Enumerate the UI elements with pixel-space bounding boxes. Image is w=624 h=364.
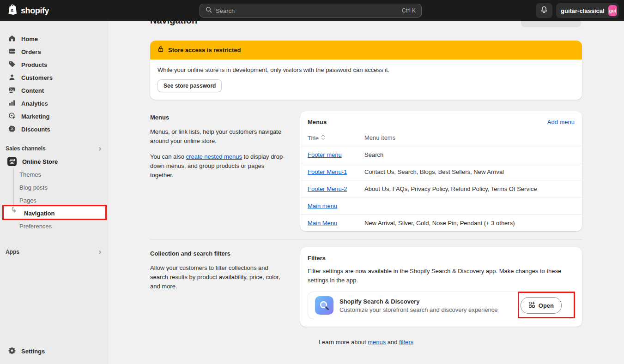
menu-title-link[interactable]: Footer Menu-2 [308, 185, 347, 192]
sidebar-item-customers[interactable]: Customers [0, 71, 109, 84]
sidebar-item-products[interactable]: Products [0, 58, 109, 71]
search-placeholder: Search [216, 7, 235, 14]
sort-icon [321, 134, 325, 142]
chevron-right-icon: › [99, 145, 103, 152]
svg-text:S: S [11, 8, 13, 13]
app-subtitle: Customize your storefront search and dis… [339, 306, 498, 313]
filters-card-desc: Filter settings are now available in the… [308, 267, 566, 285]
table-row[interactable]: Main menu [300, 197, 582, 214]
sidebar-item-label: Discounts [21, 126, 50, 133]
banner-title: Store access is restricted [168, 47, 241, 54]
menus-section-desc2: You can also create nested menus to disp… [150, 152, 286, 180]
table-row[interactable]: Footer Menu-1 Contact Us, Search, Blogs,… [300, 163, 582, 180]
menus-card: Menus Add menu Title Menu items Footer m… [300, 111, 582, 231]
filters-card-title: Filters [308, 255, 575, 262]
sidebar-item-label: Marketing [21, 113, 49, 120]
column-title[interactable]: Title [308, 134, 364, 142]
notifications-button[interactable] [536, 3, 552, 18]
customers-icon [8, 73, 16, 82]
app-name: Shopify Search & Discovery [339, 298, 498, 305]
apps-label: Apps [6, 249, 19, 255]
open-button-label: Open [539, 302, 554, 309]
store-menu-button[interactable]: guitar-classical gui [556, 3, 619, 18]
sidebar-item-orders[interactable]: Orders [0, 45, 109, 58]
learn-more-footer: Learn more about menus and filters [150, 339, 582, 346]
menus-section-heading: Menus [150, 111, 286, 121]
sidebar-item-preferences[interactable]: Preferences [0, 220, 109, 233]
filters-card: Filters Filter settings are now availabl… [300, 247, 582, 327]
orders-icon [8, 48, 16, 56]
sidebar-item-pages[interactable]: Pages [0, 194, 109, 207]
banner-header: Store access is restricted [150, 41, 582, 60]
gear-icon [8, 347, 16, 356]
sidebar-item-navigation[interactable]: ↳ Navigation [4, 207, 105, 220]
sidebar-nav: Home Orders Products Customers Content A… [0, 21, 109, 136]
store-access-banner: Store access is restricted While your on… [150, 41, 582, 100]
home-icon [8, 35, 16, 43]
menus-section: Menus Menus, or link lists, help your cu… [150, 111, 582, 231]
sub-item-label: Blog posts [19, 184, 48, 191]
sidebar-item-home[interactable]: Home [0, 32, 109, 45]
content-icon [8, 86, 16, 95]
shopify-logo[interactable]: S shopify [0, 4, 49, 17]
menus-link[interactable]: menus [368, 339, 386, 346]
tree-connector-line [13, 168, 14, 208]
menu-items-cell: New Arrival, Silver, Gold, Nose Pin, Pen… [364, 220, 575, 227]
marketing-icon [8, 112, 16, 121]
apps-header[interactable]: Apps › [0, 245, 109, 258]
chevron-right-icon: › [99, 248, 103, 256]
table-row[interactable]: Main Menu New Arrival, Silver, Gold, Nos… [300, 214, 582, 231]
menu-title-link[interactable]: Footer Menu-1 [308, 168, 347, 175]
menu-title-link[interactable]: Main Menu [308, 220, 337, 227]
sidebar-item-discounts[interactable]: Discounts [0, 123, 109, 136]
open-app-button[interactable]: Open [521, 297, 562, 314]
sidebar-item-online-store[interactable]: Online Store [0, 155, 109, 168]
sub-item-label: Preferences [19, 223, 52, 230]
menu-title-link[interactable]: Main menu [308, 203, 337, 209]
products-icon [8, 60, 16, 69]
lock-icon [158, 46, 164, 54]
sales-channels-header[interactable]: Sales channels › [0, 142, 109, 155]
search-discovery-app-icon [315, 296, 333, 315]
online-store-label: Online Store [22, 158, 58, 165]
sidebar-item-marketing[interactable]: Marketing [0, 110, 109, 123]
main-content: Navigation Store access is restricted Wh… [109, 21, 624, 364]
sidebar-item-label: Analytics [21, 100, 48, 107]
sidebar: Home Orders Products Customers Content A… [0, 21, 109, 364]
sidebar-item-label: Customers [21, 74, 53, 81]
sidebar-item-settings[interactable]: Settings [0, 347, 109, 356]
banner-body-text: While your online store is in developmen… [158, 66, 575, 73]
sidebar-item-label: Content [21, 87, 44, 94]
filters-link[interactable]: filters [399, 339, 413, 346]
sidebar-item-label: Home [21, 36, 38, 42]
search-icon [206, 6, 212, 15]
sidebar-item-content[interactable]: Content [0, 84, 109, 97]
apps-plus-icon [528, 301, 535, 310]
filters-section: Collection and search filters Allow your… [150, 247, 582, 327]
settings-label: Settings [21, 348, 45, 355]
column-menu-items: Menu items [364, 134, 395, 142]
menus-section-desc1: Menus, or link lists, help your customer… [150, 127, 286, 146]
menus-table-header: Title Menu items [300, 131, 582, 146]
sidebar-item-analytics[interactable]: Analytics [0, 97, 109, 110]
table-row[interactable]: Footer Menu-2 About Us, FAQs, Privacy Po… [300, 180, 582, 197]
create-nested-menus-link[interactable]: create nested menus [186, 153, 242, 160]
store-avatar: gui [608, 5, 617, 16]
sales-channels-label: Sales channels [6, 145, 46, 152]
menu-items-cell: About Us, FAQs, Privacy Policy, Refund P… [364, 185, 575, 192]
sidebar-item-blog-posts[interactable]: Blog posts [0, 181, 109, 194]
filters-section-heading: Collection and search filters [150, 247, 286, 257]
menu-title-link[interactable]: Footer menu [308, 151, 342, 158]
tree-arrow-icon: ↳ [11, 206, 17, 213]
sidebar-item-label: Orders [21, 48, 41, 55]
sidebar-item-themes[interactable]: Themes [0, 168, 109, 181]
global-search-input[interactable]: Search Ctrl K [200, 4, 422, 18]
filters-section-desc: Allow your customers to filter collectio… [150, 263, 286, 291]
discounts-icon [8, 125, 16, 134]
see-store-password-button[interactable]: See store password [158, 79, 222, 92]
menu-items-cell: Search [364, 151, 575, 158]
search-discovery-app-row: Shopify Search & Discovery Customize you… [308, 292, 575, 319]
analytics-icon [8, 99, 16, 108]
add-menu-link[interactable]: Add menu [547, 119, 575, 125]
table-row[interactable]: Footer menu Search [300, 146, 582, 163]
